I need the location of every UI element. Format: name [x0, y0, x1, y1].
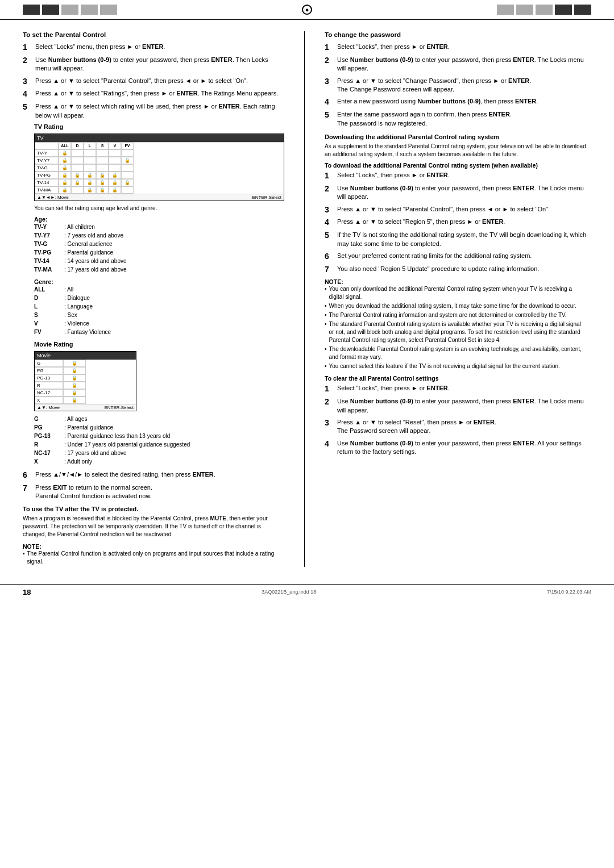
tv-row-tvy-l	[84, 149, 96, 157]
genre-v-sep	[60, 319, 64, 328]
download-step-5: 5 If the TV is not storing the additiona…	[325, 231, 586, 248]
genre-d-label: D	[34, 294, 60, 302]
change-password-title: To change the password	[325, 31, 586, 38]
downloading-title: Downloading the additional Parental Cont…	[325, 133, 586, 140]
tv-after-protected-title: To use the TV after the TV is protected.	[23, 506, 284, 512]
tv-row-tvg-v	[109, 164, 121, 172]
header-block-3	[61, 5, 78, 15]
genre-row-d: D : Dialogue	[34, 294, 284, 302]
tv-table-move-label: ▲▼◄►: Move	[37, 195, 69, 200]
age-tvpg-desc: : Parental guidance	[64, 248, 284, 257]
genre-s-label: S	[34, 311, 60, 319]
tv-row-tvma-v: 🔒	[109, 186, 121, 194]
movie-nc17-desc: : 17 years old and above	[64, 449, 284, 457]
age-tv14-sep	[60, 257, 64, 265]
note-right-section: NOTE: You can only download the addition…	[325, 278, 586, 370]
step-4: 4 Press ▲ or ▼ to select "Ratings", then…	[23, 89, 284, 99]
step-5-content: Press ▲ or ▼ to select which rating will…	[35, 102, 284, 120]
download-step-3-content: Press ▲ or ▼ to select "Parental Control…	[337, 205, 586, 214]
genre-l-desc: : Language	[64, 302, 284, 311]
age-section: Age: TV-Y : All children TV-Y7 : 7 years…	[34, 216, 284, 274]
clear-step-4: 4 Use Number buttons (0-9) to enter your…	[325, 439, 586, 457]
note-right-bullet-1: You can only download the additional Par…	[325, 285, 586, 301]
clear-step-2-content: Use Number buttons (0-9) to enter your p…	[337, 397, 586, 415]
age-tvma-label: TV-MA	[34, 265, 60, 274]
tv-rating-section: TV Rating TV ALL D L S V FV TV-Y 🔒	[34, 123, 284, 466]
change-step-4: 4 Enter a new password using Number butt…	[325, 97, 586, 107]
change-step-1-number: 1	[325, 43, 335, 52]
age-row-tvma: TV-MA : 17 years old and above	[34, 265, 284, 274]
change-step-3-content: Press ▲ or ▼ to select "Change Password"…	[337, 77, 586, 94]
step-7: 7 Press EXIT to return to the normal scr…	[23, 483, 284, 501]
age-tvma-sep	[60, 265, 64, 274]
tv-col-v: V	[109, 143, 121, 149]
genre-row-l: L : Language	[34, 302, 284, 311]
clear-step-1-number: 1	[325, 384, 335, 394]
download-step-2-number: 2	[325, 184, 335, 194]
step-2-content: Use Number buttons (0-9) to enter your p…	[35, 56, 284, 73]
movie-pg13-desc: : Parental guidance less than 13 years o…	[64, 432, 284, 440]
age-row-tvpg: TV-PG : Parental guidance	[34, 248, 284, 257]
genre-fv-desc: : Fantasy Violence	[64, 328, 284, 336]
tv-row-tvpg-s: 🔒	[96, 172, 109, 179]
genre-all-sep	[60, 285, 64, 294]
right-column: To change the password 1 Select "Locks",…	[325, 31, 586, 567]
movie-x-label: X	[34, 457, 60, 466]
change-step-5-number: 5	[325, 110, 335, 120]
movie-g-desc: : All ages	[64, 415, 284, 423]
tv-row-tv14-s: 🔒	[96, 179, 109, 186]
change-step-2-content: Use Number buttons (0-9) to enter your p…	[337, 56, 586, 73]
download-step-7-number: 7	[325, 265, 335, 274]
movie-row-r-label: R	[35, 382, 63, 389]
age-tvma-desc: : 17 years old and above	[64, 265, 284, 274]
tv-row-tv14-fv: 🔒	[121, 179, 134, 186]
tv-row-tvpg-label: TV-PG	[35, 172, 59, 179]
age-tvy7-sep	[60, 231, 64, 240]
clear-section: To clear the all Parental Control settin…	[325, 375, 586, 456]
change-step-5: 5 Enter the same password again to confi…	[325, 110, 586, 128]
movie-row-r-lock: 🔒	[63, 382, 86, 389]
tv-row-tvy-label: TV-Y	[35, 149, 59, 157]
movie-desc-pg: PG : Parental guidance	[34, 423, 284, 432]
tv-row-tv14-all: 🔒	[59, 179, 71, 186]
step-5: 5 Press ▲ or ▼ to select which rating wi…	[23, 102, 284, 120]
change-step-2-number: 2	[325, 56, 335, 65]
genre-l-sep	[60, 302, 64, 311]
download-step-4-content: Press ▲ or ▼ to select "Region 5", then …	[337, 218, 586, 226]
movie-nc17-sep	[60, 449, 64, 457]
movie-desc-r: R : Under 17 years old parental guidance…	[34, 440, 284, 449]
genre-v-label: V	[34, 319, 60, 328]
movie-row-g-label: G	[35, 360, 63, 367]
change-step-3: 3 Press ▲ or ▼ to select "Change Passwor…	[325, 77, 586, 94]
movie-table-footer: ▲▼: Move ENTER:Select	[35, 404, 136, 411]
download-step-4-number: 4	[325, 218, 335, 227]
note-left-section: NOTE: The Parental Control function is a…	[23, 543, 284, 566]
change-step-2: 2 Use Number buttons (0-9) to enter your…	[325, 56, 586, 73]
age-tvy-desc: : All children	[64, 223, 284, 231]
movie-g-sep	[60, 415, 64, 423]
age-row-tvy: TV-Y : All children	[34, 223, 284, 231]
change-step-3-number: 3	[325, 77, 335, 86]
download-step-2-content: Use Number buttons (0-9) to enter your p…	[337, 184, 586, 202]
header-block-2	[42, 5, 59, 15]
tv-col-l: L	[84, 143, 96, 149]
tv-col-empty	[35, 143, 59, 149]
age-tvpg-sep	[60, 248, 64, 257]
tv-row-tvy7-fv: 🔒	[121, 157, 134, 164]
download-step-6: 6 Set your preferred content rating limi…	[325, 252, 586, 261]
note-right-bullet-2: When you download the additional rating …	[325, 302, 586, 310]
clear-step-1-content: Select "Locks", then press ► or ENTER.	[337, 384, 586, 393]
movie-pg-label: PG	[34, 423, 60, 432]
tv-col-fv: FV	[121, 143, 134, 149]
download-step-2: 2 Use Number buttons (0-9) to enter your…	[325, 184, 586, 202]
tv-col-all: ALL	[59, 143, 71, 149]
age-tvy-label: TV-Y	[34, 223, 60, 231]
step-6-content: Press ▲/▼/◄/► to select the desired rati…	[35, 470, 284, 479]
tv-row-tvg-all: 🔒	[59, 164, 71, 172]
download-step-1-content: Select "Locks", then press ► or ENTER.	[337, 171, 586, 180]
movie-desc-x: X : Adult only	[34, 457, 284, 466]
main-content: To set the Parental Control 1 Select "Lo…	[0, 20, 614, 578]
tv-row-tvma-label: TV-MA	[35, 186, 59, 194]
step-4-number: 4	[23, 89, 33, 99]
change-step-4-content: Enter a new password using Number button…	[337, 97, 586, 106]
